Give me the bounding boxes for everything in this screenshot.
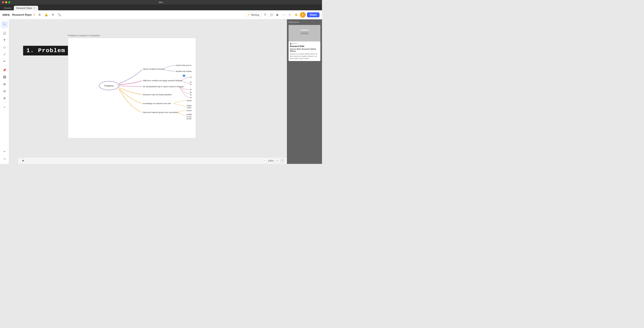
reference-card-tag: Milkuki [290,43,319,44]
redo-button[interactable]: ↪ [1,156,8,162]
meeting-button[interactable]: ⚡ Meeting [245,12,262,17]
share-button[interactable]: Share [307,12,320,17]
help-button[interactable]: ? [280,159,284,163]
sticky-note-tool[interactable]: 📌 [1,67,8,73]
svg-text:1) Locating the correct contac: 1) Locating the correct contact person; … [186,116,192,118]
reference-subtitle: How to debt: Research SDInG Effortu [290,48,319,52]
zoom-controls: − 109% + ? [262,159,284,163]
svg-text:2) Diving into whatever file f: 2) Diving into whatever file format mate… [186,118,192,120]
mindmap-section-label: Problems of research in Studydrive [68,34,100,37]
canvas[interactable]: 1. Problem Problems of research in Study… [9,19,287,164]
mindmap-container: Problems Siloed, localised research Hard… [68,38,196,138]
avatar: Y [300,12,306,18]
pen-tool[interactable]: ✏ [1,58,8,65]
minimap-button[interactable]: ⊞ [21,159,25,163]
select-tool[interactable]: ↖ [1,21,8,28]
main-area: ↖ ⬜ T ◇ ⤢ ✏ 📌 🖼 ⊞ ⊟ ⊕ •• ↩ ↪ 1. Problem … [0,19,322,164]
settings-icon[interactable]: ⚙ [37,12,42,17]
table-tool[interactable]: ⊞ [1,81,8,87]
svg-text:are not actionable for teams.: are not actionable for teams. [190,83,192,85]
svg-rect-25 [300,33,308,34]
header-right: ⚡ Meeting ⏱ ⬜ ▶ ⋯ ↖ ✋ Y Share [245,12,320,18]
reference-card-image [288,25,320,41]
maximize-button[interactable] [8,1,10,3]
reference-card-body: Milkuki Research Debt How to debt: Resea… [288,41,320,61]
board-title: Research Repo [12,13,32,16]
bottom-bar: ⊞ − 109% + ? [18,157,287,164]
svg-text:Available only through:: Available only through: [186,113,192,116]
reference-card[interactable]: Milkuki Research Debt How to debt: Resea… [288,25,320,61]
header: miro Research Repo ★ ⚙ 🔔 ⬆ 🔍 ⚡ Meeting ⏱… [0,10,322,19]
tab-boards[interactable]: Boards [2,6,14,10]
traffic-lights [2,1,10,3]
references-title: References [288,21,320,23]
favorite-star-icon[interactable]: ★ [33,13,36,16]
connectors-tool[interactable]: ⤢ [1,51,8,57]
share-upload-icon[interactable]: ⬆ [50,12,55,17]
timer-icon[interactable]: ⏱ [263,12,268,17]
chart-tool[interactable]: ⊟ [1,88,8,94]
svg-text:Slides are overwhelmingly info: Slides are overwhelmingly informative. [190,76,192,78]
svg-text:Difficult to mobilise and appl: Difficult to mobilise and apply research… [143,80,182,82]
image-tool[interactable]: 🖼 [1,74,8,80]
hand-icon[interactable]: ✋ [294,12,299,17]
svg-text:into the sea of information ev: into the sea of information every time a… [190,94,192,96]
left-toolbar: ↖ ⬜ T ◇ ⤢ ✏ 📌 🖼 ⊞ ⊟ ⊕ •• ↩ ↪ [0,19,9,164]
svg-text:Duplicate work: Duplicate work [190,97,192,99]
svg-text:Research starts anew every tim: Research starts anew every time from scr… [187,100,192,102]
text-tool[interactable]: T [1,37,8,43]
minimize-button[interactable] [5,1,7,3]
toolbar-separator [2,29,7,29]
apps-tool[interactable]: ⊕ [1,95,8,101]
mindmap-svg: Problems Siloed, localised research Hard… [72,42,192,133]
search-icon[interactable]: 🔍 [57,12,62,17]
svg-rect-26 [301,32,308,33]
tab-close-icon[interactable]: ✕ [33,7,36,9]
notifications-icon[interactable]: 🔔 [44,12,49,17]
tab-research-repo[interactable]: Research Repo ✕ [14,6,38,10]
zoom-in-button[interactable]: + [275,159,279,163]
close-button[interactable] [2,1,4,3]
svg-text:Every research is reported dif: Every research is reported differently. [190,89,192,91]
present-icon[interactable]: ▶ [275,12,280,17]
svg-rect-27 [301,31,308,32]
svg-text:Hard to find and reuse later: Hard to find and reuse later [176,64,192,66]
svg-text:Knowledge not matured over tim: Knowledge not matured over time [143,102,171,105]
zoom-level: 109% [268,160,274,162]
svg-text:Access to information is locke: Access to information is locked or lost. [186,110,192,112]
reference-card-body-text: Science is a human activity. When we fai… [290,53,319,60]
toolbar-bottom: ↩ ↪ [1,148,8,162]
svg-text:Siloed, localised research: Siloed, localised research [143,68,164,70]
frame-view-icon[interactable]: ⬜ [269,12,274,17]
svg-rect-9 [183,75,185,77]
cursor-icon[interactable]: ↖ [288,12,292,17]
svg-text:Problems: Problems [104,85,114,87]
toolbar-separator-3 [2,102,7,103]
title-bar: Miro [0,0,322,4]
svg-text:Market, user, product knowledg: Market, user, product knowledge is depen… [187,105,192,107]
meeting-icon: ⚡ [248,13,250,16]
frame-tool[interactable]: ⬜ [1,30,8,36]
more-options-icon[interactable]: ⋯ [281,12,286,17]
svg-text:Data and material spread over : Data and material spread over everywhere [143,111,178,113]
svg-rect-28 [301,29,308,31]
svg-text:only unlockable via contacting: only unlockable via contacting them. [187,107,192,109]
svg-text:Research may risk being repeat: Research may risk being repeated [143,94,172,96]
svg-text:Research findings presented as: Research findings presented as closing-t… [190,81,192,83]
miro-logo: miro [2,13,10,17]
tab-bar: Boards Research Repo ✕ [0,4,322,10]
more-tools[interactable]: •• [1,104,8,110]
references-panel: References Milkuki Research Debt How to … [287,19,322,164]
undo-button[interactable]: ↩ [1,148,8,155]
shapes-tool[interactable]: ◇ [1,44,8,50]
svg-text:No standardised way to report : No standardised way to report research o… [143,86,184,88]
reference-card-title: Research Debt [290,45,319,47]
window-title: Miro [159,1,163,3]
svg-text:Benefit only localised project: Benefit only localised project context/t… [176,70,192,72]
problem-heading: 1. Problem [23,46,68,55]
zoom-out-button[interactable]: − [262,159,267,163]
svg-text:Picking up someone's research : Picking up someone's research work is di… [190,92,192,94]
